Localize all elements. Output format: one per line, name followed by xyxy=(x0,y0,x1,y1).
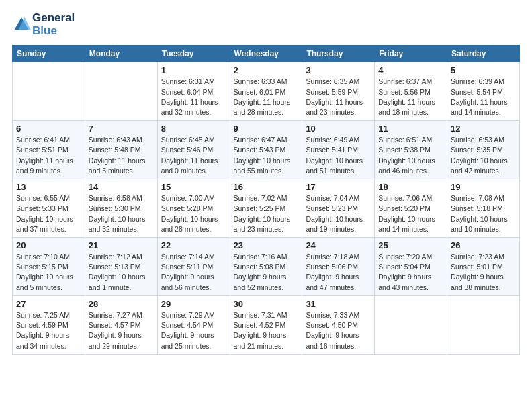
weekday-header: Wednesday xyxy=(230,46,302,62)
day-info: Sunrise: 6:49 AM Sunset: 5:41 PM Dayligh… xyxy=(306,135,371,176)
day-info: Sunrise: 6:39 AM Sunset: 5:54 PM Dayligh… xyxy=(451,77,516,118)
day-info: Sunrise: 7:27 AM Sunset: 4:57 PM Dayligh… xyxy=(89,310,154,351)
day-info: Sunrise: 7:14 AM Sunset: 5:11 PM Dayligh… xyxy=(161,252,226,293)
day-number: 7 xyxy=(89,124,154,134)
calendar-cell: 13Sunrise: 6:55 AM Sunset: 5:33 PM Dayli… xyxy=(13,179,85,238)
calendar-week-row: 1Sunrise: 6:31 AM Sunset: 6:04 PM Daylig… xyxy=(13,62,520,121)
day-info: Sunrise: 6:45 AM Sunset: 5:46 PM Dayligh… xyxy=(161,135,226,176)
calendar-cell: 21Sunrise: 7:12 AM Sunset: 5:13 PM Dayli… xyxy=(85,238,157,296)
day-number: 10 xyxy=(306,124,371,134)
calendar-cell: 22Sunrise: 7:14 AM Sunset: 5:11 PM Dayli… xyxy=(157,238,230,296)
day-number: 18 xyxy=(378,182,443,192)
day-info: Sunrise: 7:29 AM Sunset: 4:54 PM Dayligh… xyxy=(161,310,226,351)
calendar-cell xyxy=(447,295,520,354)
day-number: 3 xyxy=(306,65,371,75)
day-info: Sunrise: 7:20 AM Sunset: 5:04 PM Dayligh… xyxy=(378,252,443,293)
calendar-cell: 7Sunrise: 6:43 AM Sunset: 5:48 PM Daylig… xyxy=(85,121,157,179)
calendar-header-row: SundayMondayTuesdayWednesdayThursdayFrid… xyxy=(13,46,520,62)
calendar-week-row: 20Sunrise: 7:10 AM Sunset: 5:15 PM Dayli… xyxy=(13,238,520,296)
calendar-cell: 29Sunrise: 7:29 AM Sunset: 4:54 PM Dayli… xyxy=(157,295,230,354)
day-number: 25 xyxy=(378,240,443,250)
weekday-header: Saturday xyxy=(447,46,520,62)
day-info: Sunrise: 6:55 AM Sunset: 5:33 PM Dayligh… xyxy=(16,193,81,234)
calendar-cell: 4Sunrise: 6:37 AM Sunset: 5:56 PM Daylig… xyxy=(375,62,447,121)
day-info: Sunrise: 6:58 AM Sunset: 5:30 PM Dayligh… xyxy=(89,193,154,234)
calendar-cell xyxy=(85,62,157,121)
day-info: Sunrise: 7:25 AM Sunset: 4:59 PM Dayligh… xyxy=(16,310,81,351)
calendar-week-row: 6Sunrise: 6:41 AM Sunset: 5:51 PM Daylig… xyxy=(13,121,520,179)
calendar-cell: 25Sunrise: 7:20 AM Sunset: 5:04 PM Dayli… xyxy=(375,238,447,296)
calendar-cell: 5Sunrise: 6:39 AM Sunset: 5:54 PM Daylig… xyxy=(447,62,520,121)
calendar-cell: 12Sunrise: 6:53 AM Sunset: 5:35 PM Dayli… xyxy=(447,121,520,179)
weekday-header: Sunday xyxy=(13,46,85,62)
day-number: 24 xyxy=(306,240,371,250)
weekday-header: Thursday xyxy=(302,46,375,62)
calendar-cell xyxy=(375,295,447,354)
day-info: Sunrise: 7:23 AM Sunset: 5:01 PM Dayligh… xyxy=(451,252,516,293)
day-info: Sunrise: 7:33 AM Sunset: 4:50 PM Dayligh… xyxy=(306,310,371,351)
day-number: 20 xyxy=(16,240,81,250)
day-number: 8 xyxy=(161,124,226,134)
calendar-cell: 9Sunrise: 6:47 AM Sunset: 5:43 PM Daylig… xyxy=(230,121,302,179)
day-info: Sunrise: 7:00 AM Sunset: 5:28 PM Dayligh… xyxy=(161,193,226,234)
calendar-cell xyxy=(13,62,85,121)
logo-text-line2: Blue xyxy=(32,25,75,38)
day-number: 30 xyxy=(234,299,299,309)
weekday-header: Tuesday xyxy=(157,46,230,62)
day-info: Sunrise: 6:35 AM Sunset: 5:59 PM Dayligh… xyxy=(306,77,371,118)
day-number: 9 xyxy=(234,124,299,134)
day-info: Sunrise: 6:31 AM Sunset: 6:04 PM Dayligh… xyxy=(161,77,226,118)
day-info: Sunrise: 7:06 AM Sunset: 5:20 PM Dayligh… xyxy=(378,193,443,234)
calendar-cell: 15Sunrise: 7:00 AM Sunset: 5:28 PM Dayli… xyxy=(157,179,230,238)
day-info: Sunrise: 7:18 AM Sunset: 5:06 PM Dayligh… xyxy=(306,252,371,293)
calendar-cell: 27Sunrise: 7:25 AM Sunset: 4:59 PM Dayli… xyxy=(13,295,85,354)
calendar-cell: 30Sunrise: 7:31 AM Sunset: 4:52 PM Dayli… xyxy=(230,295,302,354)
day-info: Sunrise: 6:37 AM Sunset: 5:56 PM Dayligh… xyxy=(378,77,443,118)
calendar-cell: 2Sunrise: 6:33 AM Sunset: 6:01 PM Daylig… xyxy=(230,62,302,121)
calendar-cell: 20Sunrise: 7:10 AM Sunset: 5:15 PM Dayli… xyxy=(13,238,85,296)
day-number: 28 xyxy=(89,299,154,309)
weekday-header: Monday xyxy=(85,46,157,62)
day-info: Sunrise: 6:53 AM Sunset: 5:35 PM Dayligh… xyxy=(451,135,516,176)
calendar-week-row: 13Sunrise: 6:55 AM Sunset: 5:33 PM Dayli… xyxy=(13,179,520,238)
day-info: Sunrise: 7:16 AM Sunset: 5:08 PM Dayligh… xyxy=(234,252,299,293)
day-info: Sunrise: 6:33 AM Sunset: 6:01 PM Dayligh… xyxy=(234,77,299,118)
day-info: Sunrise: 7:04 AM Sunset: 5:23 PM Dayligh… xyxy=(306,193,371,234)
day-info: Sunrise: 7:08 AM Sunset: 5:18 PM Dayligh… xyxy=(451,193,516,234)
day-number: 13 xyxy=(16,182,81,192)
weekday-header: Friday xyxy=(375,46,447,62)
day-number: 5 xyxy=(451,65,516,75)
day-info: Sunrise: 7:02 AM Sunset: 5:25 PM Dayligh… xyxy=(234,193,299,234)
day-info: Sunrise: 6:41 AM Sunset: 5:51 PM Dayligh… xyxy=(16,135,81,176)
calendar-cell: 26Sunrise: 7:23 AM Sunset: 5:01 PM Dayli… xyxy=(447,238,520,296)
calendar-cell: 28Sunrise: 7:27 AM Sunset: 4:57 PM Dayli… xyxy=(85,295,157,354)
calendar-cell: 1Sunrise: 6:31 AM Sunset: 6:04 PM Daylig… xyxy=(157,62,230,121)
calendar-week-row: 27Sunrise: 7:25 AM Sunset: 4:59 PM Dayli… xyxy=(13,295,520,354)
day-number: 31 xyxy=(306,299,371,309)
page: General Blue SundayMondayTuesdayWednesda… xyxy=(0,0,532,361)
calendar-cell: 17Sunrise: 7:04 AM Sunset: 5:23 PM Dayli… xyxy=(302,179,375,238)
day-number: 11 xyxy=(378,124,443,134)
day-info: Sunrise: 6:43 AM Sunset: 5:48 PM Dayligh… xyxy=(89,135,154,176)
day-number: 29 xyxy=(161,299,226,309)
calendar-cell: 8Sunrise: 6:45 AM Sunset: 5:46 PM Daylig… xyxy=(157,121,230,179)
calendar-cell: 14Sunrise: 6:58 AM Sunset: 5:30 PM Dayli… xyxy=(85,179,157,238)
calendar: SundayMondayTuesdayWednesdayThursdayFrid… xyxy=(12,45,520,354)
day-number: 17 xyxy=(306,182,371,192)
day-info: Sunrise: 7:10 AM Sunset: 5:15 PM Dayligh… xyxy=(16,252,81,293)
day-info: Sunrise: 7:12 AM Sunset: 5:13 PM Dayligh… xyxy=(89,252,154,293)
calendar-cell: 31Sunrise: 7:33 AM Sunset: 4:50 PM Dayli… xyxy=(302,295,375,354)
calendar-cell: 3Sunrise: 6:35 AM Sunset: 5:59 PM Daylig… xyxy=(302,62,375,121)
logo-text-line1: General xyxy=(32,12,75,25)
day-number: 4 xyxy=(378,65,443,75)
calendar-cell: 16Sunrise: 7:02 AM Sunset: 5:25 PM Dayli… xyxy=(230,179,302,238)
day-number: 6 xyxy=(16,124,81,134)
day-number: 14 xyxy=(89,182,154,192)
day-number: 22 xyxy=(161,240,226,250)
calendar-cell: 11Sunrise: 6:51 AM Sunset: 5:38 PM Dayli… xyxy=(375,121,447,179)
day-number: 23 xyxy=(234,240,299,250)
day-number: 27 xyxy=(16,299,81,309)
header: General Blue xyxy=(12,12,520,37)
day-number: 21 xyxy=(89,240,154,250)
logo-icon xyxy=(12,15,31,34)
